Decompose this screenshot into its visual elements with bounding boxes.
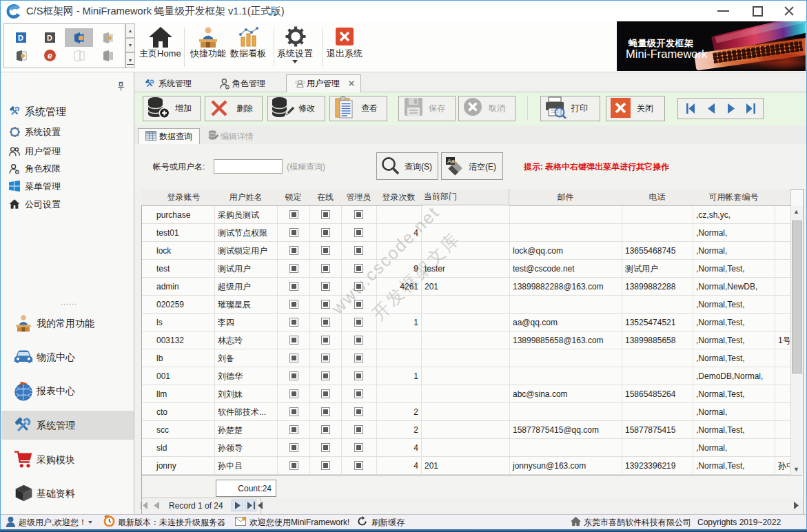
svg-text:Aa: Aa (447, 158, 455, 165)
